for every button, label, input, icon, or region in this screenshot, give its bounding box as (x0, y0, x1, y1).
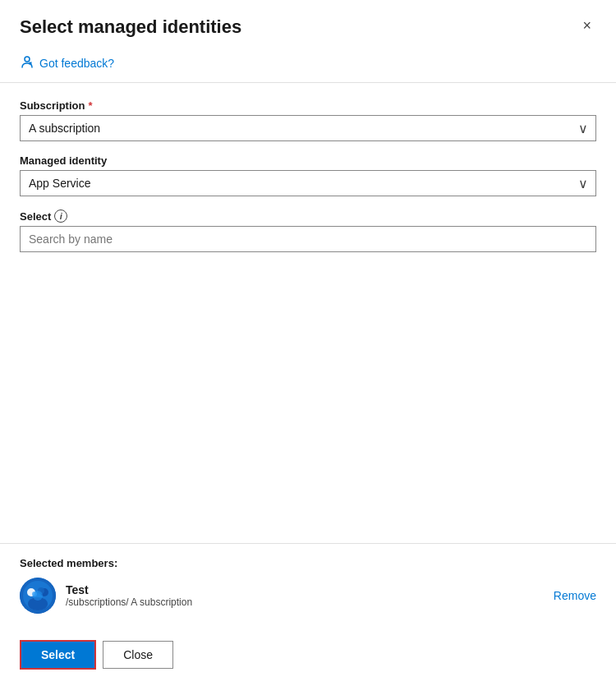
dialog-close-button[interactable]: × (577, 16, 596, 35)
select-field-group: Select i (20, 209, 596, 252)
svg-point-0 (25, 57, 30, 62)
select-info-icon[interactable]: i (54, 209, 67, 223)
feedback-icon (20, 54, 34, 72)
select-managed-identities-dialog: Select managed identities × Got feedback… (0, 0, 616, 686)
selected-members-label: Selected members: (20, 557, 596, 569)
subscription-label: Subscription * (20, 99, 596, 112)
managed-identity-label: Managed identity (20, 154, 596, 167)
subscription-dropdown-wrapper: A subscription ∨ (20, 115, 596, 141)
required-star: * (88, 99, 92, 112)
selected-members-section: Selected members: Test (0, 543, 616, 630)
select-field-label: Select i (20, 209, 596, 223)
member-subscription: /subscriptions/ A subscription (66, 596, 192, 608)
member-info: Test /subscriptions/ A subscription (66, 583, 192, 608)
member-name: Test (66, 583, 192, 596)
close-button[interactable]: Close (103, 641, 173, 669)
dialog-title: Select managed identities (20, 16, 241, 38)
dialog-header: Select managed identities × (0, 0, 616, 48)
managed-identity-field-group: Managed identity App Service ∨ (20, 154, 596, 196)
feedback-link[interactable]: Got feedback? (39, 57, 114, 70)
dialog-footer: Select Close (0, 630, 616, 686)
feedback-bar: Got feedback? (0, 48, 616, 83)
managed-identity-dropdown[interactable]: App Service (20, 170, 596, 196)
managed-identity-dropdown-wrapper: App Service ∨ (20, 170, 596, 196)
body-spacer (0, 412, 616, 543)
member-left: Test /subscriptions/ A subscription (20, 578, 192, 614)
dialog-body: Subscription * A subscription ∨ Managed … (0, 83, 616, 412)
subscription-dropdown[interactable]: A subscription (20, 115, 596, 141)
subscription-field-group: Subscription * A subscription ∨ (20, 99, 596, 141)
svg-point-8 (33, 591, 43, 601)
member-item: Test /subscriptions/ A subscription Remo… (20, 578, 596, 614)
avatar (20, 578, 56, 614)
remove-member-link[interactable]: Remove (554, 589, 596, 602)
select-button[interactable]: Select (20, 640, 96, 670)
search-by-name-input[interactable] (20, 226, 596, 252)
